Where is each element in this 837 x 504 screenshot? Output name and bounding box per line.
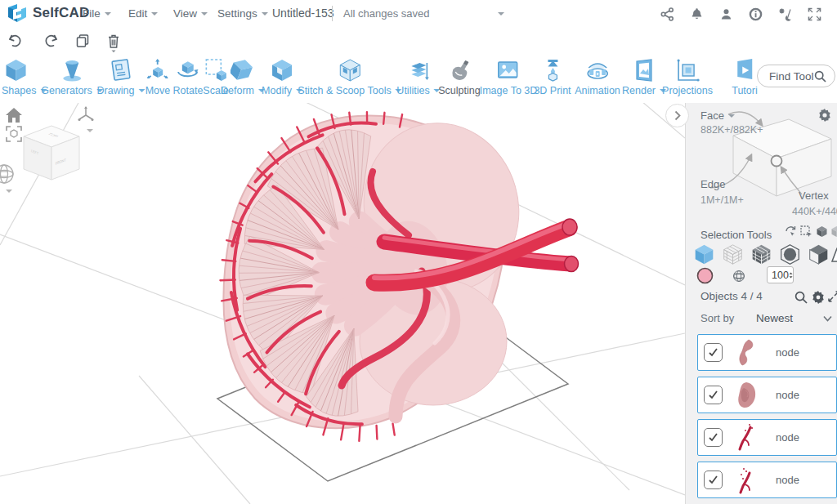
node-visibility-checkbox[interactable] [704,343,723,362]
scene-canvas[interactable] [0,103,685,504]
node-thumbnail [734,465,759,496]
top-header: SelfCAD File Edit View Settings Untitled… [0,0,837,29]
objects-search-icon[interactable] [794,291,808,304]
quick-actions-bar [0,28,837,55]
gizmo-options-chevron-icon[interactable] [87,129,93,136]
amount-stepper[interactable]: 100 [767,266,794,283]
texture-sphere-icon[interactable] [732,270,745,283]
undo-icon[interactable] [7,33,22,48]
select-plane-mode-icon[interactable] [831,247,837,263]
fullscreen-icon[interactable] [808,7,821,21]
objects-count: 4 / 4 [741,290,763,302]
orbit-mode-icon[interactable] [0,163,16,185]
vertex-mode-label[interactable]: Vertex [799,190,829,202]
objects-settings-gear-icon[interactable] [812,291,825,304]
select-wireframe-mode-icon[interactable] [722,243,744,265]
animation-icon [585,58,610,83]
node-visibility-checkbox[interactable] [704,386,723,404]
node-visibility-checkbox[interactable] [704,471,723,489]
tool-3d-print[interactable]: 3D Print [534,58,571,96]
right-panel: Face 882K+/882K+ Edge 1M+/1M+ Vertex 440… [685,103,837,504]
render-icon [632,58,656,83]
home-icon[interactable] [5,107,23,123]
menu-settings[interactable]: Settings [217,7,268,20]
panel-settings-gear-icon[interactable] [818,109,831,122]
account-icon[interactable] [719,7,733,21]
tool-utilities[interactable]: Utilities [396,58,440,96]
save-status-chevron-icon[interactable] [498,12,504,19]
object-node-row[interactable]: node [697,462,837,498]
tool-projections[interactable]: Projections [662,58,713,96]
save-status: All changes saved [343,7,430,20]
tool-sculpting[interactable]: Sculpting [438,58,480,96]
cube-select-alt-icon[interactable] [830,225,837,238]
tool-3d-shapes[interactable]: 3D Shapes [0,58,47,96]
selfcad-app: SelfCAD File Edit View Settings Untitled… [0,0,837,504]
notifications-bell-icon[interactable] [690,7,704,21]
tool-image-to-3d[interactable]: Image To 3D [480,58,538,96]
chevron-down-icon [151,12,158,19]
document-title[interactable]: Untitled-153 [272,7,334,20]
frame-selection-icon[interactable] [6,126,22,142]
menu-edit[interactable]: Edit [128,7,158,20]
tutorials-play-icon [732,58,757,83]
tool-modify[interactable]: Modify [262,58,302,96]
selfcad-logo-icon [7,3,28,23]
find-tool-label: Find Tool [769,70,814,83]
sort-select[interactable]: Newest [756,312,793,324]
select-object-mode-icon[interactable] [693,243,715,265]
modify-icon [270,58,294,83]
copy-icon[interactable] [75,33,90,48]
share-icon[interactable] [660,7,674,21]
tool-stitch-scoop[interactable]: Stitch & Scoop Tools [298,58,401,96]
stitch-scoop-icon [338,58,362,83]
image-icon [496,58,521,83]
objects-expand-icon[interactable] [828,291,837,302]
axis-gizmo-icon[interactable] [77,105,95,123]
chevron-right-icon [674,110,681,121]
tool-deform[interactable]: Deform [221,58,265,96]
tool-drawing[interactable]: Drawing [97,58,145,96]
menu-view[interactable]: View [173,7,208,20]
stepper-arrows-icon[interactable] [789,270,793,281]
orbit-options-chevron-icon[interactable] [6,190,12,196]
marquee-selection-icon[interactable] [800,225,812,238]
tool-animation[interactable]: Animation [575,58,620,96]
sort-by-label: Sort by [700,312,734,324]
generator-cone-icon [60,58,84,83]
tool-rotate[interactable]: Rotate [173,58,204,96]
tool-tutorials[interactable]: Tutori [732,58,758,96]
theme-toggle-icon[interactable] [778,7,792,21]
object-node-row[interactable]: node [697,419,837,456]
tool-generators[interactable]: Generators [41,58,103,96]
object-node-row[interactable]: node [697,377,837,413]
node-visibility-checkbox[interactable] [704,428,723,447]
node-thumbnail [734,380,759,411]
vertex-handle[interactable] [772,156,782,167]
menu-file[interactable]: File [83,7,111,20]
object-node-row[interactable]: node [697,334,837,371]
selfcad-logo[interactable]: SelfCAD [7,3,89,23]
edge-mode-label[interactable]: Edge [700,178,725,190]
sort-chevron-down-icon[interactable] [823,315,832,322]
cube-select-icon[interactable] [816,225,828,238]
tools-toolbar: 3D Shapes Generators Drawing [0,54,837,104]
select-half-mode-icon[interactable] [808,243,830,265]
panel-collapse-button[interactable] [665,104,689,127]
tool-render[interactable]: Render [622,58,666,96]
material-color-swatch[interactable] [696,267,714,284]
tool-move[interactable]: Move [145,58,171,96]
chevron-down-icon [728,114,735,121]
delete-icon[interactable] [107,33,120,53]
info-icon[interactable] [749,7,763,21]
rotate-selection-icon[interactable] [785,225,797,238]
deform-icon [231,58,255,83]
viewport-3d[interactable]: TOP LEFT FRONT [0,103,685,504]
face-mode-label[interactable]: Face [700,109,735,122]
select-sphere-region-icon[interactable] [779,243,801,265]
select-face-mode-icon[interactable] [750,243,772,265]
view-cube[interactable]: TOP LEFT FRONT [21,123,82,183]
find-tool-search[interactable]: Find Tool [757,65,835,87]
cube-icon [4,58,29,83]
redo-icon[interactable] [44,33,59,48]
